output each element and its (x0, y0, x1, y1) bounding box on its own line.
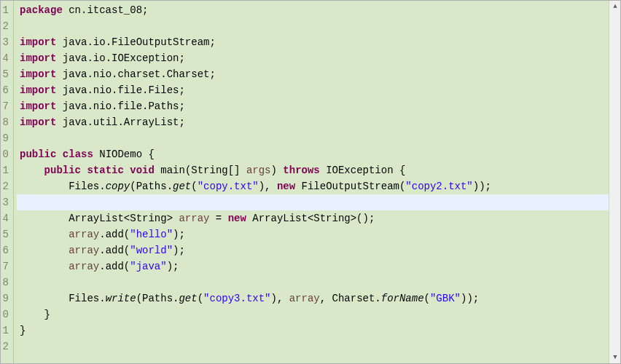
static-method: get (173, 181, 191, 192)
code-line[interactable]: } (17, 323, 620, 339)
code-editor: 1 2 3 4 5 6 7 8 9 0 1 2 3 4 5 6 7 8 9 0 … (1, 1, 620, 363)
code-line[interactable]: public static void main(String[] args) t… (17, 162, 620, 178)
scroll-up-icon[interactable]: ▲ (609, 1, 621, 12)
code-line[interactable] (17, 274, 620, 290)
code-text: ), (271, 293, 289, 304)
string-literal: "copy3.txt" (203, 293, 270, 304)
code-text: java.util.ArrayList; (56, 116, 184, 128)
string-literal: "java" (130, 261, 166, 272)
parameter: args (246, 165, 271, 176)
keyword: import (20, 100, 56, 112)
string-literal: "GBK" (430, 293, 461, 304)
line-number: 0 (2, 306, 9, 323)
code-line[interactable]: import java.nio.file.Files; (17, 82, 620, 98)
scroll-down-icon[interactable]: ▼ (609, 352, 621, 363)
code-text: ); (167, 261, 179, 272)
line-number: 1 (2, 162, 9, 178)
string-literal: "copy2.txt" (405, 181, 472, 192)
line-number: 9 (2, 290, 9, 306)
code-line[interactable]: } (17, 306, 620, 323)
code-line[interactable]: public class NIODemo { (17, 146, 620, 162)
string-literal: "world" (130, 245, 173, 256)
code-line[interactable]: import java.io.FileOutputStream; (17, 34, 620, 50)
keyword: import (20, 36, 56, 48)
variable: array (69, 229, 99, 240)
line-number-gutter: 1 2 3 4 5 6 7 8 9 0 1 2 3 4 5 6 7 8 9 0 … (1, 1, 14, 363)
line-number: 2 (2, 178, 9, 194)
code-text: Files. (20, 293, 106, 304)
keyword: void (130, 165, 155, 176)
code-text: )); (473, 181, 491, 192)
line-number: 2 (2, 18, 9, 34)
line-number: 8 (2, 274, 9, 290)
code-text: )); (461, 293, 479, 304)
code-text: , Charset. (320, 293, 381, 304)
line-number: 3 (2, 194, 9, 210)
code-line[interactable]: import java.util.ArrayList; (17, 114, 620, 130)
line-number: 5 (2, 66, 9, 82)
code-text (20, 261, 69, 272)
string-literal: "hello" (130, 229, 173, 240)
line-number: 0 (2, 146, 9, 162)
keyword: static (87, 165, 123, 176)
line-number: 7 (2, 98, 9, 114)
keyword: import (20, 116, 56, 128)
code-text: java.nio.charset.Charset; (56, 68, 215, 80)
static-method: forName (381, 293, 424, 304)
code-text: .add( (99, 245, 130, 256)
line-number: 3 (2, 34, 9, 50)
code-text: IOException { (320, 165, 406, 176)
code-text: ), (259, 181, 277, 192)
keyword: new (228, 213, 246, 224)
code-text: java.io.IOException; (56, 52, 184, 64)
static-method: write (106, 293, 136, 304)
line-number: 9 (2, 130, 9, 146)
variable: array (179, 213, 209, 224)
line-number: 4 (2, 50, 9, 66)
static-method: copy (106, 181, 130, 192)
code-line[interactable]: import java.nio.file.Paths; (17, 98, 620, 114)
line-number: 6 (2, 82, 9, 98)
variable: array (69, 245, 99, 256)
code-line[interactable]: ArrayList<String> array = new ArrayList<… (17, 210, 620, 226)
code-text: ArrayList<String> (20, 213, 179, 224)
code-area[interactable]: package cn.itcast_08; import java.io.Fil… (14, 1, 620, 363)
static-method: get (179, 293, 197, 304)
code-text: main(String[] (155, 165, 246, 176)
code-line[interactable]: array.add("java"); (17, 258, 620, 274)
keyword: public (20, 149, 56, 160)
code-line[interactable]: import java.io.IOException; (17, 50, 620, 66)
line-number: 2 (2, 339, 9, 355)
code-line[interactable] (17, 130, 620, 146)
code-text: Files. (20, 181, 106, 192)
keyword: import (20, 84, 56, 96)
code-text: ( (191, 181, 197, 192)
code-text: (Paths. (130, 181, 173, 192)
code-line[interactable]: package cn.itcast_08; (17, 2, 620, 18)
line-number: 5 (2, 226, 9, 242)
code-line[interactable] (17, 18, 620, 34)
code-text: (Paths. (136, 293, 179, 304)
code-text: ( (424, 293, 430, 304)
variable: array (289, 293, 320, 304)
code-line[interactable]: array.add("hello"); (17, 226, 620, 242)
indent (20, 165, 44, 176)
vertical-scrollbar[interactable]: ▲ ▼ (609, 1, 620, 363)
code-line[interactable]: Files.copy(Paths.get("copy.txt"), new Fi… (17, 178, 620, 194)
code-text: = (209, 213, 227, 224)
keyword: import (20, 68, 56, 80)
code-line-current[interactable] (17, 194, 620, 210)
string-literal: "copy.txt" (198, 181, 259, 192)
line-number: 1 (2, 2, 9, 18)
keyword: package (20, 4, 63, 16)
code-line[interactable]: Files.write(Paths.get("copy3.txt"), arra… (17, 290, 620, 306)
code-text: .add( (99, 229, 130, 240)
code-line[interactable]: array.add("world"); (17, 242, 620, 258)
keyword: public (44, 165, 81, 176)
code-text: FileOutputStream( (295, 181, 405, 192)
code-text: java.io.FileOutputStream; (56, 36, 215, 48)
keyword: class (63, 149, 93, 160)
code-line[interactable]: import java.nio.charset.Charset; (17, 66, 620, 82)
code-text: } (20, 325, 26, 336)
line-number: 7 (2, 258, 9, 274)
